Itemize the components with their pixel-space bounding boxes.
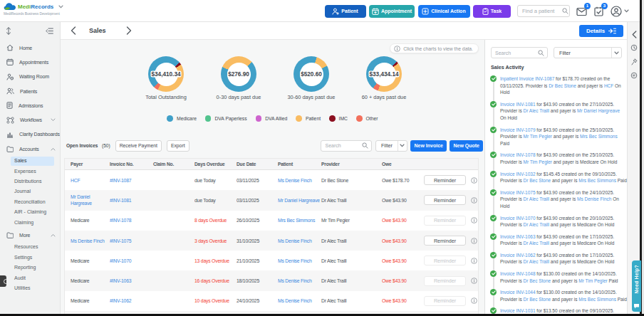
activity-link[interactable]: Invoice INV-1070 <box>500 216 536 221</box>
activity-link[interactable]: Invoice INV-1044 <box>500 290 536 295</box>
activity-item[interactable]: Invoice INV-1078 for $43.90 created on t… <box>490 152 627 165</box>
action-button-appointment[interactable]: Appointment <box>369 5 415 18</box>
activity-link[interactable]: Dr Alec Traill <box>524 259 549 264</box>
invoice-row[interactable]: Mr Daniel Hargreave #INV-1081 due Today … <box>65 190 478 210</box>
invoice-row[interactable]: Ms Denise Finch #INV-1075 3 days Overdue… <box>65 231 478 251</box>
info-icon[interactable] <box>471 278 478 284</box>
cell-payer-link[interactable]: Mr Daniel Hargreave <box>71 194 110 206</box>
cell-patient-link[interactable]: Mrs Bec Simmons <box>278 217 321 223</box>
cell-invoice-link[interactable]: #INV-1062 <box>110 297 153 304</box>
activity-item[interactable]: Invoice INV-1044 for $130.00 created on … <box>490 289 627 302</box>
back-button[interactable] <box>68 25 79 36</box>
sidebar-item-admissions[interactable]: Admissions <box>0 98 60 112</box>
activity-item[interactable]: Invoice INV-1031 for $13.50 created on t… <box>490 307 627 314</box>
activity-link[interactable]: Invoice INV-1079 <box>500 127 536 132</box>
sidebar-subitem-resources[interactable]: Resources <box>0 242 60 252</box>
activity-link[interactable]: Invoice INV-1081 <box>500 102 536 107</box>
activity-item[interactable]: Invoice INV-1063 for $43.90 created on t… <box>490 233 627 247</box>
activity-link[interactable]: Ms Denise Finch <box>577 196 611 201</box>
history-icon[interactable] <box>628 44 640 51</box>
sidebar-subitem-expenses[interactable]: Expenses <box>0 167 60 177</box>
activity-link[interactable]: Mrs Bec Simmons <box>580 134 618 139</box>
new-quote-button[interactable]: New Quote <box>450 140 483 152</box>
reminder-button[interactable]: Reminder <box>424 175 466 185</box>
cell-payer-link[interactable]: HCF <box>71 177 110 184</box>
invoice-row[interactable]: Medicare #INV-1070 13 days Overdue 21/10… <box>65 251 478 270</box>
activity-link[interactable]: Dr Alec Traill <box>524 222 549 227</box>
activity-search[interactable] <box>491 47 548 58</box>
donut-ring[interactable]: $520.60 <box>294 56 329 92</box>
cell-invoice-link[interactable]: #INV-1087 <box>110 177 153 184</box>
chevron-down-icon[interactable] <box>58 5 63 9</box>
action-button-clinical-action[interactable]: Clinical Action <box>418 5 470 18</box>
activity-link[interactable]: Inpatient Invoice INV-1087 <box>500 76 554 81</box>
sidebar-subitem-utilities[interactable]: Utilities <box>0 283 60 293</box>
activity-link[interactable]: Invoice INV-1048 <box>500 271 536 276</box>
messages-button[interactable]: 1 <box>576 6 587 17</box>
receive-payment-button[interactable]: Receive Payment <box>115 140 162 152</box>
activity-link[interactable]: Invoice INV-1075 <box>500 190 536 195</box>
sidebar-subitem-distributions[interactable]: Distributions <box>0 177 60 186</box>
activity-link[interactable]: Dr Bec Stone <box>549 83 576 88</box>
activity-link[interactable]: Dr Alec Traill <box>524 196 549 201</box>
donut-ring[interactable]: $34,410.34 <box>148 56 184 92</box>
activity-item[interactable]: Invoice INV-1070 for $43.90 created on t… <box>490 215 627 228</box>
sidebar-subitem-reporting[interactable]: Reporting <box>0 263 60 273</box>
sidebar-item-appointments[interactable]: Appointments <box>0 55 60 69</box>
activity-link[interactable]: Mr Tim Pegler <box>524 134 552 139</box>
info-icon[interactable] <box>471 297 478 304</box>
activity-link[interactable]: Mrs Bec Simmons <box>578 297 616 302</box>
tasks-button[interactable]: 3 <box>593 6 604 17</box>
cell-patient-link[interactable]: Mr Daniel Hargreave <box>278 197 321 204</box>
cell-invoice-link[interactable]: #INV-1081 <box>110 197 153 204</box>
activity-link[interactable]: Invoice INV-1078 <box>500 152 536 157</box>
donut-ring[interactable]: $33,434.14 <box>366 56 402 92</box>
activity-item[interactable]: Invoice INV-1032 for $145.45 created on … <box>490 171 627 184</box>
activity-link[interactable]: Dr Bec Stone <box>524 297 551 302</box>
invoice-filter-dropdown[interactable]: Filter <box>375 140 407 152</box>
sidebar-item-patients[interactable]: Patients <box>0 84 60 98</box>
screen-recorder-tab[interactable] <box>0 275 6 287</box>
sidebar-item-workflows[interactable]: Workflows <box>0 112 60 127</box>
activity-search-input[interactable] <box>495 51 538 56</box>
donut-ring[interactable]: $276.90 <box>221 56 256 92</box>
expand-all-icon[interactable] <box>6 27 11 35</box>
activity-link[interactable]: Dr Alec Traill <box>524 241 549 246</box>
profile-menu[interactable] <box>611 6 629 17</box>
activity-link[interactable]: Dr Bec Stone <box>524 178 551 183</box>
details-button[interactable]: Details <box>579 25 623 37</box>
reminder-button[interactable]: Reminder <box>424 195 466 205</box>
new-invoice-button[interactable]: New Invoice <box>410 140 446 152</box>
cell-payer-link[interactable]: Ms Denise Finch <box>71 238 110 244</box>
activity-link[interactable]: Dr Alec Traill <box>524 108 549 113</box>
sidebar-subitem-reconciliation[interactable]: Reconciliation <box>0 197 60 207</box>
cell-invoice-link[interactable]: #INV-1078 <box>110 217 153 223</box>
sidebar-subitem-air-claiming[interactable]: AIR - Claiming <box>0 207 60 217</box>
activity-item[interactable]: Invoice INV-1075 for $43.90 created on t… <box>490 189 627 210</box>
action-button-task[interactable]: Task <box>473 5 511 18</box>
collapse-sidebar-icon[interactable] <box>46 28 53 34</box>
invoice-row[interactable]: Medicare #INV-1078 8 days Overdue 26/10/… <box>65 211 478 231</box>
activity-link[interactable]: Mr Daniel Hargreave <box>577 108 620 113</box>
chat-icon[interactable] <box>628 72 640 79</box>
sidebar-item-more[interactable]: More <box>0 228 60 242</box>
sidebar-item-waiting-room[interactable]: Waiting Room <box>0 70 60 84</box>
activity-item[interactable]: Invoice INV-1081 for $43.90 created on t… <box>490 101 627 122</box>
info-icon[interactable] <box>471 238 478 244</box>
activity-link[interactable]: Invoice INV-1032 <box>500 172 536 177</box>
activity-link[interactable]: Dr Bec Stone <box>524 278 551 283</box>
sidebar-subitem-journal[interactable]: Journal <box>0 187 60 197</box>
action-button-patient[interactable]: Patient <box>325 5 366 18</box>
sidebar-item-home[interactable]: Home <box>0 41 60 55</box>
cell-invoice-link[interactable]: #INV-1063 <box>110 278 153 284</box>
activity-link[interactable]: Mr Tim Pegler <box>524 159 552 164</box>
activity-item[interactable]: Inpatient Invoice INV-1087 for $178.70 c… <box>490 75 627 96</box>
need-help-button[interactable]: Need Help? <box>632 260 641 312</box>
activity-link[interactable]: Invoice INV-1062 <box>500 253 536 258</box>
invoice-search-input[interactable] <box>325 143 362 148</box>
activity-item[interactable]: Invoice INV-1062 for $43.90 created on t… <box>490 252 627 265</box>
sidebar-item-clarity-dashboards[interactable]: Clarity Dashboards <box>0 127 60 142</box>
sidebar-subitem-claiming[interactable]: Claiming <box>0 218 60 228</box>
cell-invoice-link[interactable]: #INV-1075 <box>110 238 153 244</box>
invoice-row[interactable]: Medicare #INV-1062 10 days Overdue 24/10… <box>65 291 478 311</box>
